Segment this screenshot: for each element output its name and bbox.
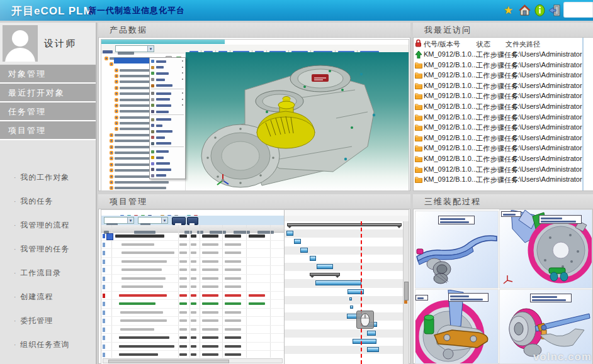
recent-row[interactable]: KM_0912/B.1.0...工作步骤任务C:\Users\Administr… bbox=[414, 133, 582, 144]
gantt-task-row[interactable] bbox=[101, 232, 284, 241]
gantt-vscrollbar[interactable] bbox=[403, 221, 409, 364]
context-menu-item[interactable] bbox=[150, 128, 185, 135]
gantt-bar[interactable] bbox=[300, 248, 308, 253]
gantt-bar[interactable] bbox=[350, 306, 353, 309]
gantt-task-row[interactable] bbox=[101, 326, 284, 334]
gantt-chart-area[interactable] bbox=[284, 210, 409, 364]
gantt-screenshot[interactable]: ▾ ▾ bbox=[101, 209, 409, 364]
favorites-star-icon[interactable]: ★ bbox=[504, 4, 516, 16]
gantt-bar[interactable] bbox=[310, 256, 316, 261]
header-input[interactable] bbox=[563, 2, 593, 18]
gantt-bar[interactable] bbox=[367, 331, 376, 336]
context-menu-item[interactable] bbox=[150, 96, 185, 102]
recent-row[interactable]: KM_0912/B.1.0...工作步骤任务C:\Users\Administr… bbox=[414, 113, 582, 123]
assembly-step-4-image[interactable]: volnc.com bbox=[499, 289, 592, 364]
context-menu-item[interactable] bbox=[150, 64, 185, 70]
col-status[interactable]: 状态 bbox=[477, 40, 490, 49]
sidebar-subitem-8[interactable]: ·组织任务查询 bbox=[0, 336, 96, 354]
context-menu-item[interactable] bbox=[150, 82, 185, 88]
context-menu-item[interactable] bbox=[150, 70, 185, 76]
sidebar-subitem-7[interactable]: ·委托管理 bbox=[0, 312, 96, 330]
assembly-step-2-image[interactable] bbox=[499, 209, 592, 289]
col-folder-path[interactable]: 文件夹路径 bbox=[505, 40, 540, 49]
gantt-bar[interactable] bbox=[294, 239, 301, 244]
gantt-bar[interactable] bbox=[349, 297, 352, 301]
recent-row[interactable]: KM_0912/B.1.0...工作步骤任务C:\Users\Administr… bbox=[414, 91, 582, 102]
assembly-step-3-image[interactable] bbox=[415, 289, 499, 364]
refresh-button[interactable] bbox=[187, 217, 198, 225]
context-menu-item[interactable] bbox=[150, 154, 185, 160]
gantt-summary-bar[interactable] bbox=[310, 273, 340, 276]
gantt-task-row[interactable] bbox=[101, 309, 284, 317]
context-menu-item[interactable] bbox=[150, 122, 185, 128]
gantt-task-row[interactable] bbox=[101, 241, 284, 250]
avatar[interactable] bbox=[3, 25, 38, 62]
gantt-summary-bar[interactable] bbox=[287, 223, 402, 226]
context-menu-item[interactable] bbox=[150, 108, 185, 114]
cad-screenshot[interactable]: ▾ ▾ bbox=[101, 39, 409, 191]
gantt-hscrollbar[interactable] bbox=[103, 358, 283, 363]
gantt-task-row[interactable] bbox=[101, 258, 284, 267]
recent-row[interactable]: KM_0912/B.1.0...工作步骤任务C:\Users\Administr… bbox=[414, 60, 582, 71]
exit-icon[interactable] bbox=[548, 4, 560, 16]
home-icon[interactable] bbox=[519, 4, 531, 16]
recent-row[interactable]: KM_0912/B.1.0...工作步骤任务C:\Users\Administr… bbox=[414, 154, 582, 165]
apply-button[interactable] bbox=[172, 217, 186, 225]
project-combobox[interactable]: ▾ bbox=[104, 217, 134, 224]
tree-node[interactable] bbox=[101, 182, 185, 188]
gantt-bar[interactable] bbox=[315, 280, 361, 285]
recent-row[interactable]: KM_0912/B.1.0...工作步骤任务C:\Users\Administr… bbox=[414, 70, 582, 81]
gantt-bar[interactable] bbox=[353, 339, 376, 344]
recent-row[interactable]: KM_0912/B.1.0...工作步骤任务C:\Users\Administr… bbox=[414, 50, 582, 60]
sidebar-subitem-2[interactable]: ·我的任务 bbox=[0, 192, 96, 211]
context-menu-item[interactable] bbox=[150, 102, 185, 108]
context-menu-item[interactable] bbox=[150, 116, 185, 122]
gantt-task-row[interactable] bbox=[101, 334, 284, 343]
cad-3d-viewport[interactable] bbox=[185, 52, 409, 190]
sidebar-subitem-5[interactable]: ·工作流目录 bbox=[0, 264, 96, 282]
context-menu-item[interactable] bbox=[150, 166, 185, 172]
gantt-bar[interactable] bbox=[367, 347, 379, 352]
context-menu-item[interactable] bbox=[150, 160, 185, 167]
recent-row[interactable]: KM_0912/B.1.0...工作步骤任务C:\Users\Administr… bbox=[414, 123, 582, 133]
context-menu-item[interactable] bbox=[150, 148, 185, 154]
gantt-task-row[interactable] bbox=[101, 343, 284, 351]
recent-row[interactable]: KM_0912/B.1.0...工作步骤任务C:\Users\Administr… bbox=[414, 143, 582, 154]
task-combobox[interactable]: ▾ bbox=[138, 217, 168, 224]
gantt-task-row[interactable] bbox=[101, 249, 284, 258]
gantt-task-row[interactable] bbox=[101, 292, 284, 301]
gantt-task-row[interactable] bbox=[101, 266, 284, 275]
sidebar-item-4[interactable]: 项目管理 bbox=[0, 121, 96, 140]
context-menu-item[interactable] bbox=[150, 134, 185, 140]
context-menu-item[interactable] bbox=[150, 90, 185, 96]
gantt-task-row[interactable] bbox=[101, 351, 284, 358]
gantt-task-row[interactable] bbox=[101, 300, 284, 309]
recent-row[interactable]: KM_0912/B.1.0...工作步骤任务C:\Users\Administr… bbox=[414, 102, 582, 113]
recent-scrollbar[interactable] bbox=[582, 38, 593, 190]
sidebar-item-3[interactable]: 任务管理 bbox=[0, 102, 96, 121]
cad-config-combobox[interactable]: ▾ bbox=[115, 45, 154, 52]
col-code-version[interactable]: 代号/版本号 bbox=[424, 40, 460, 49]
sidebar-item-2[interactable]: 最近打开对象 bbox=[0, 84, 96, 102]
sidebar-subitem-3[interactable]: ·我管理的流程 bbox=[0, 216, 96, 234]
recent-row[interactable]: KM_0912/B.1.0...工作步骤任务C:\Users\Administr… bbox=[414, 175, 582, 185]
hscroll-thumb[interactable] bbox=[108, 360, 229, 363]
context-menu-item[interactable] bbox=[150, 76, 185, 82]
sidebar-subitem-6[interactable]: ·创建流程 bbox=[0, 288, 96, 306]
recent-row[interactable]: KM_0912/B.1.0...工作步骤任务C:\Users\Administr… bbox=[414, 165, 582, 175]
context-menu-item[interactable] bbox=[150, 58, 185, 64]
sidebar-subitem-4[interactable]: ·我管理的任务 bbox=[0, 240, 96, 258]
gantt-task-row[interactable] bbox=[101, 283, 284, 292]
gantt-task-row[interactable] bbox=[101, 317, 284, 326]
gantt-task-row[interactable] bbox=[101, 275, 284, 284]
recent-row[interactable]: KM_0912/B.1.0...工作步骤任务C:\Users\Administr… bbox=[414, 81, 582, 92]
vscroll-thumb[interactable] bbox=[404, 282, 409, 301]
context-menu-item[interactable] bbox=[150, 140, 185, 146]
assembly-step-1-image[interactable] bbox=[415, 211, 499, 289]
sidebar-item-1[interactable]: 对象管理 bbox=[0, 65, 96, 84]
context-menu-item[interactable] bbox=[150, 172, 185, 179]
gantt-bar[interactable] bbox=[317, 264, 333, 269]
info-icon[interactable] bbox=[534, 4, 546, 16]
sidebar-subitem-1[interactable]: ·我的工作对象 bbox=[0, 168, 96, 187]
gantt-bar[interactable] bbox=[286, 231, 293, 236]
